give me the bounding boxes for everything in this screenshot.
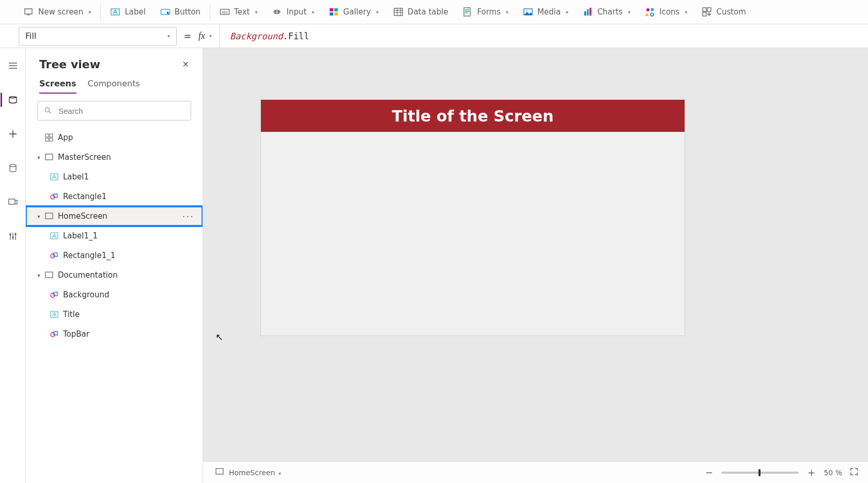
screen-icon (43, 153, 55, 161)
insert-custom-button[interactable]: Custom (694, 0, 753, 24)
fx-icon: fx (198, 31, 205, 41)
equals-sign: = (183, 31, 192, 41)
left-rail (0, 48, 26, 483)
property-name: Fill (25, 31, 36, 41)
tab-components[interactable]: Components (88, 79, 140, 94)
forms-icon (462, 7, 473, 17)
svg-point-42 (51, 293, 55, 297)
svg-rect-21 (703, 12, 706, 16)
chevron-down-icon[interactable]: ▾ (34, 214, 43, 219)
insert-button-button[interactable]: Button (153, 0, 208, 24)
svg-point-24 (9, 234, 11, 236)
insert-media-button[interactable]: Media ▾ (516, 0, 576, 24)
tree-node-documentation[interactable]: ▾ Documentation (26, 265, 203, 285)
fx-button[interactable]: fx ▾ (198, 24, 220, 48)
rail-data-button[interactable] (1, 158, 25, 178)
rail-insert-button[interactable] (1, 124, 25, 144)
tree-label: Title (63, 310, 80, 319)
zoom-in-button[interactable]: + (806, 467, 816, 478)
zoom-slider[interactable] (721, 472, 799, 474)
insert-text-button[interactable]: Abc Text ▾ (212, 0, 265, 24)
screen-icon (43, 271, 55, 279)
tree-search[interactable] (37, 101, 191, 120)
svg-point-26 (14, 233, 17, 235)
icons-palette-icon (645, 7, 655, 17)
screen-icon (215, 467, 224, 477)
fit-to-window-button[interactable] (849, 467, 859, 478)
status-screen-dropdown[interactable]: HomeScreen ▾ (229, 469, 281, 477)
rail-treeview-button[interactable] (1, 89, 25, 110)
close-icon[interactable]: ✕ (180, 57, 191, 71)
mouse-cursor-icon: ↖ (215, 331, 223, 342)
media-icon (523, 7, 533, 17)
rail-advanced-button[interactable] (1, 226, 25, 247)
svg-rect-11 (394, 8, 402, 16)
chevron-down-icon: ▾ (278, 471, 281, 476)
tab-screens[interactable]: Screens (39, 79, 76, 94)
canvas-area[interactable]: Title of the Screen ↖ HomeScreen ▾ − + 5… (203, 48, 868, 483)
rail-hamburger-button[interactable] (1, 55, 25, 76)
insert-label-button[interactable]: Label (103, 0, 152, 24)
svg-rect-16 (587, 9, 589, 16)
tree-node-masterscreen[interactable]: ▾ MasterScreen (26, 147, 203, 167)
insert-input-button[interactable]: Input ▾ (265, 0, 321, 24)
new-screen-button[interactable]: New screen ▾ (17, 0, 98, 24)
property-dropdown[interactable]: Fill ▾ (19, 27, 177, 46)
data-table-icon (393, 7, 404, 17)
zoom-percent: 50 % (824, 469, 842, 477)
svg-rect-37 (45, 213, 53, 219)
canvas-header-title: Title of the Screen (392, 107, 554, 125)
insert-charts-button[interactable]: Charts ▾ (576, 0, 638, 24)
tree-node-label1[interactable]: Label1 (26, 167, 203, 187)
svg-text:Abc: Abc (222, 10, 228, 14)
canvas-screen[interactable]: Title of the Screen (261, 100, 685, 336)
tree-node-rectangle1[interactable]: Rectangle1 (26, 187, 203, 206)
insert-icons-button[interactable]: Icons ▾ (638, 0, 694, 24)
tree-view-pane: Tree view ✕ Screens Components App ▾ (26, 48, 203, 483)
chevron-down-icon: ▾ (506, 9, 508, 15)
insert-gallery-button[interactable]: Gallery ▾ (321, 0, 385, 24)
label-icon (49, 232, 60, 240)
tree-label: Documentation (58, 270, 118, 280)
svg-rect-15 (584, 11, 586, 16)
canvas-header-bar[interactable]: Title of the Screen (261, 100, 685, 132)
search-input[interactable] (57, 106, 184, 116)
svg-rect-32 (50, 138, 53, 141)
shape-icon (49, 192, 60, 201)
tree-node-rectangle1-1[interactable]: Rectangle1_1 (26, 246, 203, 265)
insert-datatable-button[interactable]: Data table (386, 0, 456, 24)
svg-rect-47 (216, 469, 223, 474)
search-icon (44, 107, 52, 115)
status-screen-name: HomeScreen (229, 469, 275, 477)
tree-label: App (58, 133, 73, 142)
insert-forms-button[interactable]: Forms ▾ (455, 0, 516, 24)
tree-node-topbar[interactable]: TopBar (26, 324, 203, 344)
new-screen-label: New screen (38, 7, 83, 17)
chevron-down-icon: ▾ (167, 33, 170, 39)
tree-label: Label1_1 (63, 231, 98, 240)
svg-point-22 (10, 164, 16, 167)
gallery-icon (329, 7, 339, 17)
svg-rect-10 (334, 12, 338, 16)
tree-node-background[interactable]: Background (26, 285, 203, 305)
screen-icon (43, 212, 55, 220)
formula-input[interactable]: Background.Fill (226, 31, 868, 41)
more-icon[interactable]: ··· (182, 211, 194, 222)
pane-title: Tree view (39, 58, 100, 71)
chevron-down-icon: ▾ (376, 9, 379, 15)
chevron-down-icon[interactable]: ▾ (34, 155, 43, 160)
svg-line-28 (49, 112, 51, 114)
status-bar: HomeScreen ▾ − + 50 % (203, 461, 868, 483)
tree-node-homescreen[interactable]: ▾ HomeScreen ··· (26, 206, 203, 226)
chevron-down-icon: ▾ (628, 9, 630, 15)
insert-label-text: Label (125, 7, 145, 17)
shape-icon (49, 291, 60, 299)
zoom-out-button[interactable]: − (704, 467, 714, 478)
tree-node-app[interactable]: App (26, 128, 203, 147)
tree-node-title[interactable]: Title (26, 305, 203, 324)
rail-media-button[interactable] (1, 192, 25, 213)
svg-rect-31 (45, 138, 49, 141)
tree-label: Rectangle1 (63, 192, 106, 201)
tree-node-label1-1[interactable]: Label1_1 (26, 226, 203, 246)
chevron-down-icon[interactable]: ▾ (34, 273, 43, 278)
